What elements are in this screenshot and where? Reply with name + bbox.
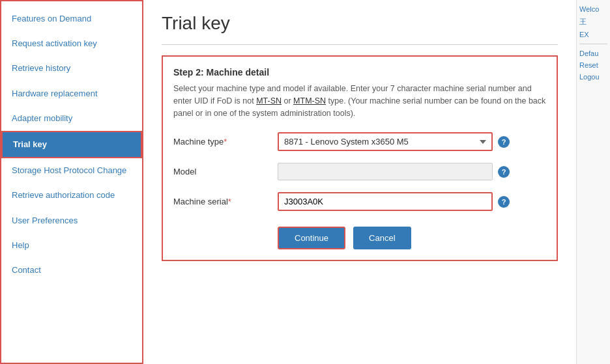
- step-title: Step 2: Machine detail: [173, 67, 546, 77]
- welcome-text: Welco: [579, 5, 607, 13]
- machine-type-select[interactable]: 8871 - Lenovo System x3650 M5: [278, 132, 493, 151]
- right-panel: Welco 王 EX Defau Reset Logou: [576, 0, 610, 364]
- section-divider: [162, 44, 558, 45]
- sidebar-item-adapter-mobility[interactable]: Adapter mobility: [1, 106, 142, 131]
- user-initial: 王: [579, 17, 607, 27]
- machine-serial-label: Machine serial*: [173, 197, 278, 206]
- sidebar-item-trial-key[interactable]: Trial key: [1, 131, 142, 158]
- right-panel-divider: [579, 44, 607, 44]
- machine-serial-help-icon[interactable]: ?: [498, 196, 510, 208]
- model-help-icon[interactable]: ?: [498, 166, 510, 178]
- sidebar-item-request-activation-key[interactable]: Request activation key: [1, 31, 142, 56]
- model-field-group: ?: [278, 163, 510, 180]
- reset-text[interactable]: Reset: [579, 61, 607, 69]
- sidebar-item-retrieve-authorization-code[interactable]: Retrieve authorization code: [1, 183, 142, 208]
- sidebar-item-help[interactable]: Help: [1, 233, 142, 258]
- machine-serial-input[interactable]: [278, 192, 493, 211]
- model-row: Model ?: [173, 163, 546, 180]
- page-title: Trial key: [162, 13, 558, 34]
- machine-serial-required: *: [228, 197, 231, 206]
- sidebar-item-hardware-replacement[interactable]: Hardware replacement: [1, 81, 142, 106]
- machine-type-required: *: [224, 137, 227, 147]
- model-select[interactable]: [278, 163, 493, 180]
- model-label: Model: [173, 167, 278, 176]
- logout-abbrev[interactable]: EX: [579, 31, 607, 38]
- machine-type-row: Machine type* 8871 - Lenovo System x3650…: [173, 132, 546, 151]
- button-row: Continue Cancel: [173, 227, 546, 249]
- form-container: Step 2: Machine detail Select your machi…: [162, 55, 558, 261]
- mtm-sn-link[interactable]: MTM-SN: [293, 96, 326, 105]
- machine-serial-field-group: ?: [278, 192, 510, 211]
- logout-label[interactable]: Logou: [579, 73, 607, 81]
- sidebar-item-features-on-demand[interactable]: Features on Demand: [1, 7, 142, 31]
- sidebar: Features on Demand Request activation ke…: [0, 0, 143, 364]
- main-content: Trial key Step 2: Machine detail Select …: [143, 0, 576, 364]
- sidebar-item-retrieve-history[interactable]: Retrieve history: [1, 56, 142, 81]
- machine-type-field-group: 8871 - Lenovo System x3650 M5 ?: [278, 132, 510, 151]
- sidebar-item-contact[interactable]: Contact: [1, 258, 142, 283]
- sidebar-item-storage-host-protocol-change[interactable]: Storage Host Protocol Change: [1, 158, 142, 183]
- machine-type-help-icon[interactable]: ?: [498, 136, 510, 148]
- mt-sn-link[interactable]: MT-SN: [256, 96, 282, 105]
- sidebar-item-user-preferences[interactable]: User Preferences: [1, 208, 142, 233]
- machine-type-label: Machine type*: [173, 137, 278, 147]
- continue-button[interactable]: Continue: [278, 227, 345, 249]
- step-description: Select your machine type and model if av…: [173, 83, 546, 119]
- default-text[interactable]: Defau: [579, 49, 607, 57]
- cancel-button[interactable]: Cancel: [353, 227, 411, 249]
- machine-serial-row: Machine serial* ?: [173, 192, 546, 211]
